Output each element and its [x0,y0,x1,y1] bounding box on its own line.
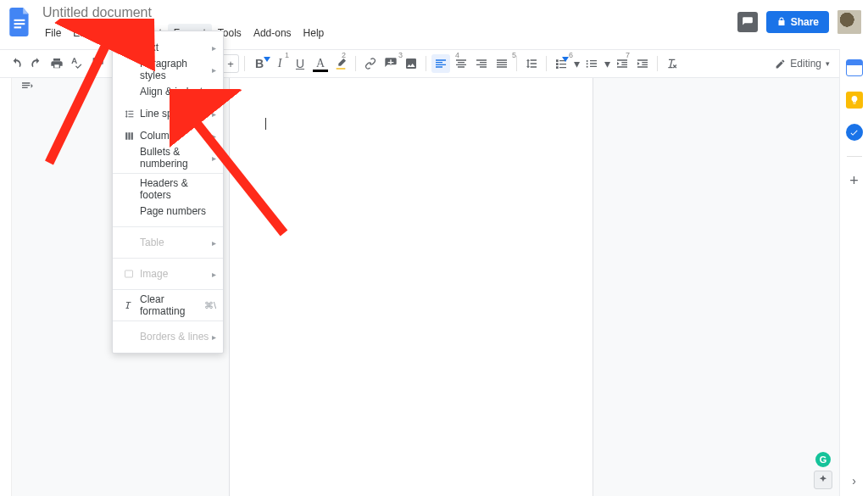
vertical-ruler[interactable] [0,78,12,496]
image-icon [121,269,136,279]
format-columns-item[interactable]: Columns▸ [113,125,223,147]
share-label: Share [791,16,819,28]
menu-label: Line spacing [136,108,212,120]
menu-file[interactable]: File [39,24,67,42]
svg-rect-1 [14,23,25,25]
format-line-spacing-item[interactable]: Line spacing▸ [113,103,223,125]
calendar-addon-button[interactable] [846,59,863,76]
submenu-arrow-icon: ▸ [212,131,216,141]
submenu-arrow-icon: ▸ [212,270,216,279]
menu-label: Page numbers [136,205,216,217]
tasks-addon-button[interactable] [846,124,863,141]
comments-button[interactable] [737,12,758,32]
svg-rect-0 [14,20,25,21]
format-image-item: Image▸ [113,263,223,285]
clear-formatting-icon [121,300,136,310]
format-page-numbers-item[interactable]: Page numbers [113,200,223,222]
menu-label: Image [136,268,212,280]
format-align-indent-item[interactable]: Align & indent▸ [113,81,223,103]
lock-icon [776,17,787,27]
header-actions: Share [737,10,861,34]
keep-addon-button[interactable] [846,92,863,109]
ruler-mark: 7 [626,51,630,59]
docs-logo[interactable] [7,5,34,39]
submenu-arrow-icon: ▸ [212,43,216,53]
menu-label: Columns [136,130,212,142]
menu-separator [113,289,223,290]
submenu-arrow-icon: ▸ [212,65,216,75]
menu-label: Text [136,42,212,53]
side-panel-separator [847,156,862,157]
menu-addons[interactable]: Add-ons [248,24,298,42]
get-addons-button[interactable]: + [849,172,859,190]
format-borders-lines-item: Borders & lines▸ [113,326,223,348]
text-cursor [265,118,266,130]
format-clear-formatting-item[interactable]: Clear formatting⌘\ [113,294,223,316]
menu-label: Table [136,237,212,248]
menu-edit[interactable]: Edit [67,24,97,42]
menu-shortcut: ⌘\ [204,300,216,311]
format-headers-footers-item[interactable]: Headers & footers [113,178,223,200]
side-panel: + › [839,49,868,496]
document-title[interactable]: Untitled document [39,3,330,22]
svg-rect-2 [14,26,22,28]
account-avatar[interactable] [837,10,861,34]
format-text-item[interactable]: Text▸ [113,36,223,59]
format-bullets-numbering-item[interactable]: Bullets & numbering▸ [113,147,223,169]
menu-separator [113,320,223,321]
ruler-right-marker[interactable] [562,57,569,62]
ruler-mark: 6 [569,51,573,59]
submenu-arrow-icon: ▸ [212,332,216,342]
menu-label: Align & indent [136,86,212,98]
document-page[interactable] [229,78,593,496]
format-table-item: Table▸ [113,231,223,254]
submenu-arrow-icon: ▸ [212,153,216,163]
menu-label: Headers & footers [136,177,216,201]
menu-label: Bullets & numbering [136,146,212,170]
submenu-arrow-icon: ▸ [212,87,216,97]
menu-separator [113,173,223,174]
menu-label: Clear formatting [136,293,204,317]
ruler-mark: 5 [512,51,516,59]
format-menu-dropdown: Text▸ Paragraph styles▸ Align & indent▸ … [112,31,224,354]
menu-label: Borders & lines [136,331,212,343]
ruler-indent-marker[interactable] [264,57,270,62]
grammarly-badge[interactable]: G [815,452,831,467]
format-paragraph-styles-item[interactable]: Paragraph styles▸ [113,59,223,81]
ruler-mark: 4 [455,51,459,59]
line-spacing-icon [121,109,136,120]
menu-separator [113,226,223,227]
submenu-arrow-icon: ▸ [212,238,216,248]
svg-rect-3 [125,270,133,277]
ruler-mark: 1 [285,51,289,59]
outline-toggle-button[interactable] [19,78,36,95]
submenu-arrow-icon: ▸ [212,109,216,119]
menu-label: Paragraph styles [136,58,212,81]
menu-separator [113,258,223,259]
share-button[interactable]: Share [766,11,829,33]
explore-button[interactable] [814,471,832,489]
columns-icon [121,131,136,142]
hide-side-panel-button[interactable]: › [852,474,856,488]
ruler-mark: 3 [398,51,403,59]
ruler-mark: 2 [342,51,346,59]
menu-help[interactable]: Help [298,24,331,42]
